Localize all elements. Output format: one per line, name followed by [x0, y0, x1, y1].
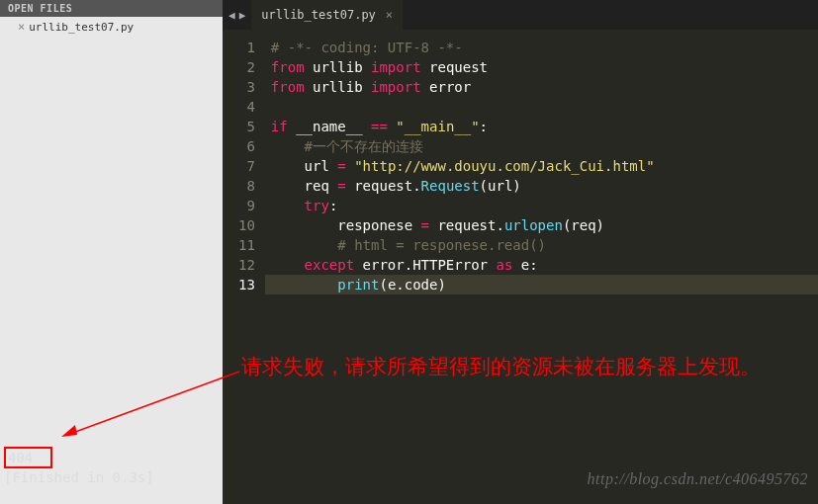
close-icon[interactable]: ×	[18, 20, 25, 34]
open-files-header: OPEN FILES	[0, 0, 223, 17]
line-gutter: 123 456 789 101112 13	[223, 30, 265, 504]
output-highlight-box: 404	[4, 447, 52, 468]
watermark: http://blog.csdn.net/c406495762	[588, 470, 808, 488]
annotation-text: 请求失败，请求所希望得到的资源未被在服务器上发现。	[241, 352, 761, 381]
prev-tab-icon[interactable]: ◀	[228, 9, 235, 22]
next-tab-icon[interactable]: ▶	[239, 9, 246, 22]
editor-pane: ◀ ▶ urllib_test07.py × 123 456 789 10111…	[223, 0, 818, 504]
tab-label: urllib_test07.py	[261, 8, 376, 22]
tab-nav: ◀ ▶	[223, 0, 251, 30]
open-file-item[interactable]: × urllib_test07.py	[0, 17, 223, 37]
file-tab[interactable]: urllib_test07.py ×	[251, 0, 403, 30]
close-tab-icon[interactable]: ×	[386, 8, 393, 22]
finished-status: [Finished in 0.3s]	[4, 469, 154, 485]
tab-bar: ◀ ▶ urllib_test07.py ×	[223, 0, 818, 30]
code-editor[interactable]: 123 456 789 101112 13 # -*- coding: UTF-…	[223, 30, 818, 504]
code-area[interactable]: # -*- coding: UTF-8 -*- from urllib impo…	[265, 30, 818, 504]
file-name-label: urllib_test07.py	[29, 21, 134, 34]
sidebar: OPEN FILES × urllib_test07.py	[0, 0, 223, 504]
